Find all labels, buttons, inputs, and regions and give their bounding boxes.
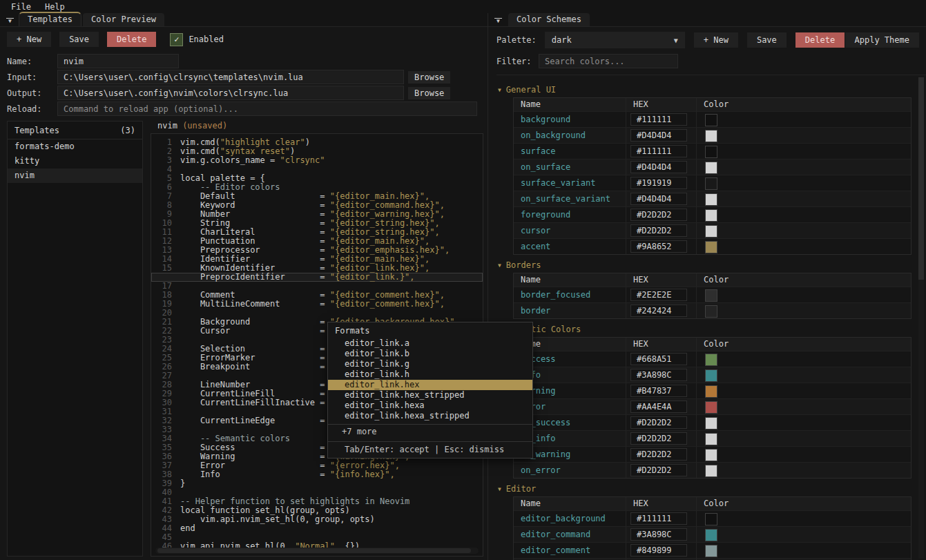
hex-value-input[interactable]: #B47837	[630, 385, 687, 397]
hex-value-input[interactable]: #D2D2D2	[630, 416, 687, 429]
hex-value-input[interactable]: #9A8652	[630, 240, 687, 253]
output-path-field[interactable]	[57, 86, 404, 100]
color-row-on_surface[interactable]: on_surface#D4D4D4	[514, 159, 911, 175]
color-row-border_focused[interactable]: border_focused#2E2E2E	[514, 287, 911, 302]
output-browse-button[interactable]: Browse	[408, 87, 450, 99]
color-swatch[interactable]	[705, 289, 717, 302]
color-swatch[interactable]	[705, 162, 717, 174]
color-row-error[interactable]: error#AA4E4A	[514, 398, 911, 414]
color-row-surface_variant[interactable]: surface_variant#191919	[514, 175, 911, 191]
template-item-nvim[interactable]: nvim	[8, 168, 142, 183]
color-row-on_surface_variant[interactable]: on_surface_variant#D4D4D4	[514, 191, 911, 206]
color-swatch[interactable]	[705, 513, 717, 525]
color-swatch[interactable]	[705, 146, 717, 158]
color-swatch[interactable]	[705, 177, 717, 190]
collapse-panel-icon[interactable]: ▼	[6, 18, 14, 23]
menu-help[interactable]: Help	[38, 1, 72, 12]
color-filter-input[interactable]	[539, 54, 678, 68]
vertical-scrollbar[interactable]	[918, 77, 924, 559]
section-header-Borders[interactable]: ▼Borders	[498, 260, 926, 270]
popup-item-editor_link.g[interactable]: editor_link.g	[328, 359, 532, 369]
horizontal-scrollbar[interactable]	[155, 548, 479, 554]
color-swatch[interactable]	[705, 193, 717, 206]
section-header-Semantic Colors[interactable]: ▼Semantic Colors	[498, 325, 926, 334]
name-input[interactable]	[57, 54, 179, 68]
save-palette-button[interactable]: Save	[747, 32, 787, 48]
popup-item-editor_link.b[interactable]: editor_link.b	[328, 349, 532, 359]
menu-file[interactable]: File	[4, 1, 38, 12]
color-swatch[interactable]	[705, 354, 717, 366]
hex-value-input[interactable]: #242424	[630, 305, 687, 317]
color-swatch[interactable]	[705, 305, 717, 318]
tab-color-schemes[interactable]: Color Schemes	[508, 13, 590, 26]
hex-value-input[interactable]: #111111	[630, 512, 687, 525]
new-palette-button[interactable]: + New	[694, 32, 738, 48]
hex-value-input[interactable]: #D2D2D2	[630, 448, 687, 461]
template-item-formats-demo[interactable]: formats-demo	[8, 139, 142, 154]
color-swatch[interactable]	[705, 385, 717, 398]
hex-value-input[interactable]: #AA4E4A	[630, 400, 687, 413]
popup-item-editor_link.a[interactable]: editor_link.a	[328, 338, 532, 349]
color-row-on_background[interactable]: on_background#D4D4D4	[514, 127, 911, 143]
hex-value-input[interactable]: #668A51	[630, 353, 687, 365]
color-row-editor_background[interactable]: editor_background#111111	[514, 510, 911, 526]
hex-value-input[interactable]: #849899	[630, 544, 687, 557]
enabled-checkbox[interactable]: ✓	[170, 33, 183, 46]
hex-value-input[interactable]: #111111	[630, 113, 687, 126]
color-swatch[interactable]	[705, 209, 717, 222]
color-row-surface[interactable]: surface#111111	[514, 143, 911, 159]
reload-command-field[interactable]	[57, 102, 477, 116]
popup-item-editor_link.hex[interactable]: editor_link.hex	[328, 380, 532, 390]
hex-value-input[interactable]: #D4D4D4	[630, 129, 687, 142]
tab-color-preview[interactable]: Color Preview	[83, 13, 164, 26]
vertical-scrollbar-thumb[interactable]	[918, 77, 924, 280]
color-row-on_error[interactable]: on_error#D2D2D2	[514, 462, 911, 478]
color-row-on_info[interactable]: on_info#D2D2D2	[514, 430, 911, 446]
color-swatch[interactable]	[705, 401, 717, 414]
save-template-button[interactable]: Save	[59, 32, 99, 47]
tab-templates[interactable]: Templates	[19, 12, 81, 26]
color-swatch[interactable]	[705, 130, 717, 142]
section-header-Editor[interactable]: ▼Editor	[498, 484, 926, 494]
hex-value-input[interactable]: #111111	[630, 145, 687, 157]
hex-value-input[interactable]: #D4D4D4	[630, 193, 687, 205]
color-swatch[interactable]	[705, 417, 717, 429]
color-row-success[interactable]: success#668A51	[514, 351, 911, 367]
color-row-border[interactable]: border#242424	[514, 302, 911, 318]
color-swatch[interactable]	[705, 369, 717, 382]
hex-value-input[interactable]: #D2D2D2	[630, 224, 687, 237]
color-row-warning[interactable]: warning#B47837	[514, 383, 911, 398]
color-row-on_success[interactable]: on_success#D2D2D2	[514, 414, 911, 430]
input-browse-button[interactable]: Browse	[408, 71, 450, 84]
color-row-on_warning[interactable]: on_warning#D2D2D2	[514, 446, 911, 462]
hex-value-input[interactable]: #191919	[630, 177, 687, 189]
color-swatch[interactable]	[705, 465, 717, 477]
hex-value-input[interactable]: #3A898C	[630, 369, 687, 381]
apply-theme-button[interactable]: Apply Theme	[845, 32, 919, 48]
color-row-foreground[interactable]: foreground#D2D2D2	[514, 206, 911, 222]
template-item-kitty[interactable]: kitty	[8, 154, 142, 168]
hex-value-input[interactable]: #D4D4D4	[630, 161, 687, 173]
input-path-field[interactable]	[57, 70, 404, 84]
color-row-accent[interactable]: accent#9A8652	[514, 238, 911, 254]
color-row-info[interactable]: info#3A898C	[514, 367, 911, 383]
hex-value-input[interactable]: #3A898C	[630, 528, 687, 541]
new-template-button[interactable]: + New	[7, 32, 51, 47]
delete-template-button[interactable]: Delete	[107, 32, 156, 47]
color-swatch[interactable]	[705, 225, 717, 238]
color-row-editor_command[interactable]: editor_command#3A898C	[514, 526, 911, 542]
hex-value-input[interactable]: #D2D2D2	[630, 432, 687, 445]
color-swatch[interactable]	[705, 449, 717, 461]
section-header-General UI[interactable]: ▼General UI	[498, 85, 926, 95]
palette-select[interactable]: dark ▼	[545, 32, 685, 48]
color-row-background[interactable]: background#111111	[514, 111, 911, 127]
hex-value-input[interactable]: #D2D2D2	[630, 464, 687, 476]
color-row-cursor[interactable]: cursor#D2D2D2	[514, 222, 911, 238]
color-swatch[interactable]	[705, 241, 717, 253]
popup-more-item[interactable]: +7 more	[328, 425, 532, 438]
collapse-panel-icon[interactable]: ▼	[494, 18, 502, 23]
delete-palette-button[interactable]: Delete	[795, 32, 845, 48]
color-swatch[interactable]	[705, 545, 717, 557]
color-swatch[interactable]	[705, 114, 717, 126]
hex-value-input[interactable]: #D2D2D2	[630, 209, 687, 221]
